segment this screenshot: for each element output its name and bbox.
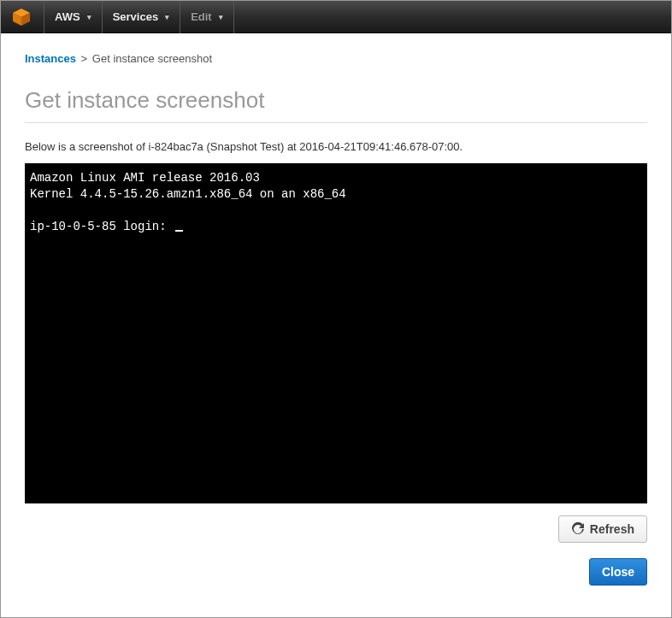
nav-aws[interactable]: AWS ▾ [44,1,102,33]
nav-edit-label: Edit [191,10,212,23]
chevron-down-icon: ▾ [219,13,223,21]
chevron-down-icon: ▾ [165,13,169,21]
breadcrumb-current: Get instance screenshot [92,52,212,65]
terminal-line: ip-10-0-5-85 login: [30,220,174,233]
instance-screenshot-terminal: Amazon Linux AMI release 2016.03 Kernel … [25,163,647,503]
breadcrumb: Instances > Get instance screenshot [25,52,647,65]
nav-services[interactable]: Services ▾ [102,1,180,33]
aws-logo-icon [11,7,32,27]
breadcrumb-separator: > [81,52,88,65]
refresh-button[interactable]: Refresh [558,515,647,543]
button-row-close: Close [25,558,647,586]
page-title: Get instance screenshot [25,87,647,123]
nav-services-label: Services [113,10,159,23]
button-row-refresh: Refresh [25,515,647,543]
description-text: Below is a screenshot of i-824bac7a (Sna… [25,140,647,153]
close-button[interactable]: Close [589,558,647,586]
main-content: Instances > Get instance screenshot Get … [1,33,671,596]
close-button-label: Close [602,565,634,579]
top-nav: AWS ▾ Services ▾ Edit ▾ [1,1,671,33]
refresh-icon [571,522,585,536]
breadcrumb-parent-link[interactable]: Instances [25,52,76,65]
nav-edit[interactable]: Edit ▾ [180,1,234,33]
terminal-line: Kernel 4.4.5-15.26.amzn1.x86_64 on an x8… [30,187,346,201]
nav-aws-label: AWS [55,10,80,23]
terminal-line: Amazon Linux AMI release 2016.03 [30,171,260,185]
cursor-icon [175,230,183,232]
refresh-button-label: Refresh [590,522,634,536]
chevron-down-icon: ▾ [87,13,91,21]
